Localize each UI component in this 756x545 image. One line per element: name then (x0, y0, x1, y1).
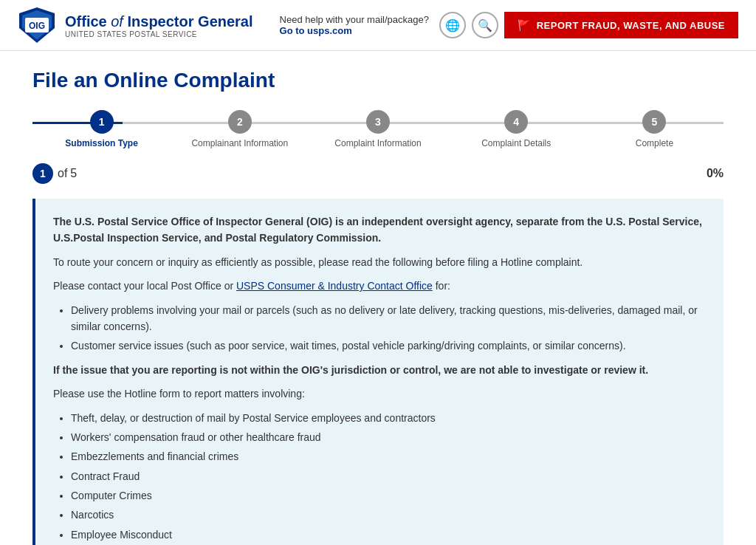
search-button[interactable]: 🔍 (472, 12, 498, 38)
hotline-text: Please use the Hotline form to report ma… (53, 388, 305, 400)
help-text: Need help with your mail/package? (280, 14, 429, 25)
step-4-circle: 4 (504, 110, 528, 134)
header-left: OIG Office of Inspector General UNITED S… (18, 6, 429, 44)
list-item: Employee Misconduct (71, 527, 706, 543)
contact-text-after: for: (433, 280, 450, 292)
hotline-paragraph: Please use the Hotline form to report ma… (53, 385, 706, 402)
svg-text:OIG: OIG (29, 21, 45, 31)
logo-subtitle: UNITED STATES POSTAL SERVICE (65, 30, 253, 38)
step-4-label: Complaint Details (481, 138, 551, 148)
list-item: Embezzlements and financial crimes (71, 448, 706, 465)
globe-icon: 🌐 (445, 18, 460, 32)
total-steps: 5 (70, 167, 77, 180)
intro-paragraph: The U.S. Postal Service Office of Inspec… (53, 213, 706, 247)
bullets-list-1: Delivery problems involving your mail or… (71, 302, 706, 354)
main-content: File an Online Complaint 1 Submission Ty… (9, 51, 747, 545)
route-paragraph: To route your concern or inquiry as effi… (53, 254, 706, 270)
list-item: Customer service issues (such as poor se… (71, 337, 706, 354)
progress-percent: 0% (707, 167, 724, 180)
list-item: Delivery problems involving your mail or… (71, 302, 706, 335)
progress-left: 1 of 5 (32, 163, 77, 184)
step-1-label: Submission Type (65, 138, 137, 148)
stepper: 1 Submission Type 2 Complainant Informat… (32, 110, 724, 148)
list-item: Theft, delay, or destruction of mail by … (71, 410, 706, 426)
step-3: 3 Complaint Information (309, 110, 447, 148)
step-badge: 1 (32, 163, 53, 184)
of-text: of (58, 167, 67, 180)
site-header: OIG Office of Inspector General UNITED S… (0, 0, 756, 51)
step-1: 1 Submission Type (32, 110, 171, 148)
step-4: 4 Complaint Details (447, 110, 585, 148)
usps-logo: OIG (18, 6, 56, 44)
step-2-circle: 2 (228, 110, 252, 134)
usps-link[interactable]: Go to usps.com (280, 25, 429, 36)
report-btn-label: REPORT FRAUD, WASTE, AND ABUSE (537, 20, 725, 31)
bold-intro: The U.S. Postal Service Office of Inspec… (53, 216, 702, 244)
logo-text: Office of Inspector General UNITED STATE… (65, 13, 253, 38)
step-5-label: Complete (636, 138, 673, 148)
contact-paragraph: Please contact your local Post Office or… (53, 278, 706, 294)
list-item: Narcotics (71, 507, 706, 523)
bold-warn: If the issue that you are reporting is n… (53, 364, 648, 376)
logo-title: Office of Inspector General (65, 13, 253, 30)
search-icon: 🔍 (478, 18, 492, 32)
usps-contact-link[interactable]: USPS Consumer & Industry Contact Office (236, 280, 433, 292)
step-3-label: Complaint Information (334, 138, 421, 148)
list-item: Workers' compensation fraud or other hea… (71, 429, 706, 445)
content-box: The U.S. Postal Service Office of Inspec… (32, 199, 724, 545)
contact-text-before: Please contact your local Post Office or (53, 280, 236, 292)
bullets-list-2: Theft, delay, or destruction of mail by … (71, 410, 706, 545)
list-item: Computer Crimes (71, 487, 706, 504)
header-help: Need help with your mail/package? Go to … (280, 14, 429, 36)
step-1-circle: 1 (90, 110, 114, 134)
globe-button[interactable]: 🌐 (439, 12, 466, 38)
route-text: To route your concern or inquiry as effi… (53, 256, 583, 268)
warn-paragraph: If the issue that you are reporting is n… (53, 362, 706, 378)
step-3-circle: 3 (366, 110, 390, 134)
page-title: File an Online Complaint (32, 69, 724, 92)
list-item: Contract Fraud (71, 468, 706, 484)
header-right: 🌐 🔍 🚩 REPORT FRAUD, WASTE, AND ABUSE (439, 12, 738, 38)
step-5: 5 Complete (585, 110, 724, 148)
flag-icon: 🚩 (518, 19, 531, 31)
step-5-circle: 5 (642, 110, 666, 134)
step-2-label: Complainant Information (191, 138, 288, 148)
report-fraud-button[interactable]: 🚩 REPORT FRAUD, WASTE, AND ABUSE (504, 12, 738, 38)
progress-row: 1 of 5 0% (32, 163, 724, 184)
step-2: 2 Complainant Information (171, 110, 309, 148)
